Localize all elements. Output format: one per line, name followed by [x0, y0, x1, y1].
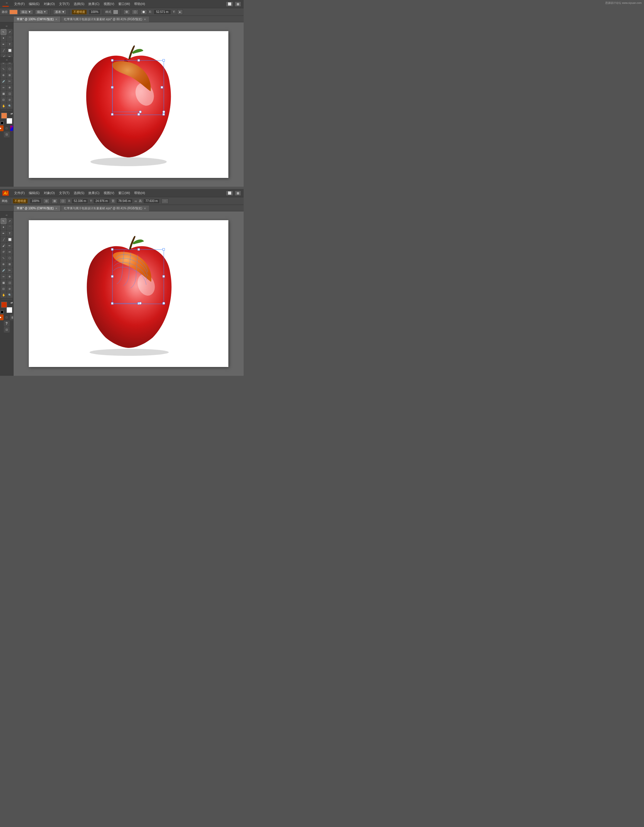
opacity-btn-2[interactable]: ⊙ — [43, 198, 50, 204]
tab-apple-close-1[interactable]: ✕ — [55, 18, 58, 21]
tool-text[interactable]: T — [7, 41, 12, 47]
s2-tool-text[interactable]: T — [7, 231, 12, 236]
s2-tool-lasso[interactable]: ⌒ — [7, 224, 12, 230]
w-input[interactable] — [116, 198, 133, 204]
tool-blend[interactable]: ∞ — [1, 84, 6, 91]
handle-bl-1[interactable] — [111, 113, 113, 115]
menu-file-1[interactable]: 文件(F) — [14, 2, 25, 6]
gradient-indicator-1[interactable] — [10, 125, 14, 131]
tab-eps-close-2[interactable]: ✕ — [144, 207, 146, 210]
panel-toggle-2[interactable]: ▦ — [234, 190, 241, 196]
tab-eps-close-1[interactable]: ✕ — [144, 18, 146, 21]
tool-artboard[interactable]: ⊡ — [1, 97, 6, 103]
s2-tool-transform[interactable]: ⬡ — [7, 255, 12, 261]
s2-tool-rect[interactable]: ⬜ — [7, 237, 12, 242]
s2-tool-artboard[interactable]: ⊡ — [1, 286, 6, 292]
s2-screen-mode[interactable]: ⊡ — [4, 327, 10, 332]
tool-pen[interactable]: ✒ — [1, 41, 6, 47]
s2-handle-ml[interactable] — [111, 275, 113, 278]
menu-window-2[interactable]: 窗口(W) — [118, 191, 130, 195]
window-controls-1[interactable]: ⬜ — [226, 2, 233, 7]
swap-colors-icon-2[interactable]: ⇄ — [11, 301, 13, 304]
default-colors-icon-2[interactable] — [1, 311, 3, 314]
s2-tool-symbol[interactable]: ⊕ — [7, 274, 12, 279]
s2-tool-width[interactable]: ⊞ — [7, 261, 12, 267]
s2-tool-pencil[interactable]: ✏ — [7, 243, 12, 249]
stroke-dropdown[interactable]: 描边 ▼ — [19, 9, 33, 15]
panel-toggle-1[interactable]: ▦ — [234, 2, 241, 7]
handle-tc-1[interactable] — [138, 59, 140, 61]
handle-tr-1[interactable] — [163, 59, 165, 61]
icon-btn-1[interactable]: ⬡ — [132, 9, 139, 15]
panel-collapse-1[interactable]: ‹‹ — [6, 58, 8, 61]
swap-colors-icon-1[interactable]: ⇄ — [11, 112, 13, 115]
grid-btn-2[interactable]: ⊞ — [51, 198, 58, 204]
default-colors-icon-1[interactable] — [1, 122, 3, 125]
handle-tl-1[interactable] — [111, 59, 113, 61]
menu-view-2[interactable]: 视图(V) — [104, 191, 114, 195]
window-controls-2[interactable]: ⬜ — [226, 190, 233, 196]
s2-tool-column[interactable]: ▦ — [1, 280, 6, 286]
s2-tool-zoom[interactable]: 🔍 — [7, 292, 12, 298]
tool-zoom[interactable]: 🔍 — [7, 103, 12, 109]
x-input[interactable] — [153, 9, 171, 15]
y-input-2[interactable] — [94, 198, 110, 204]
tool-eyedrop[interactable]: 💉 — [1, 78, 6, 84]
menu-file-2[interactable]: 文件(F) — [14, 191, 25, 195]
s2-tool-hand[interactable]: ✋ — [1, 292, 6, 298]
handle-br-1[interactable] — [163, 113, 165, 115]
menu-help-1[interactable]: 帮助(H) — [134, 2, 145, 6]
s2-tool-line[interactable]: ╱ — [1, 237, 6, 242]
bezier-cp-1[interactable] — [139, 111, 142, 113]
tool-scale[interactable]: ⤡ — [1, 66, 6, 72]
s2-fill-color[interactable]: ■ — [0, 314, 3, 320]
tool-measure[interactable]: ⊢ — [7, 78, 12, 84]
s2-bezier-cp-1[interactable] — [139, 302, 142, 304]
tool-direct-select[interactable]: ↗ — [7, 29, 12, 35]
stroke-indicator-1[interactable]: □ — [4, 125, 10, 131]
stroke-color-preview[interactable] — [9, 10, 18, 14]
s2-tool-select[interactable]: ↖ — [1, 218, 6, 224]
s2-handle-tc[interactable] — [138, 248, 140, 250]
handle-bc-1[interactable] — [138, 113, 140, 115]
bg-color-box-2[interactable] — [6, 307, 12, 313]
menu-text-1[interactable]: 文字(T) — [59, 2, 70, 6]
grid-btn-3[interactable]: ⬡ — [59, 198, 66, 204]
more-btn[interactable]: ▸ — [177, 9, 183, 15]
s2-tool-rotate[interactable]: ↺ — [1, 249, 6, 255]
tool-rect[interactable]: ⬜ — [7, 48, 12, 53]
x-input-2[interactable] — [72, 198, 88, 204]
tool-column[interactable]: ▦ — [1, 91, 6, 97]
tool-transform[interactable]: ⬡ — [7, 66, 12, 72]
menu-object-1[interactable]: 对象(O) — [44, 2, 55, 6]
s2-tool-direct-select[interactable]: ↗ — [7, 218, 12, 224]
s2-tool-mirror[interactable]: ⇔ — [7, 249, 12, 255]
s2-tool-scale[interactable]: ⤡ — [1, 255, 6, 261]
tool-hand[interactable]: ✋ — [1, 103, 6, 109]
tool-select[interactable]: ↖ — [1, 29, 6, 35]
s2-tool-graph[interactable]: ◫ — [7, 280, 12, 286]
menu-edit-1[interactable]: 编辑(E) — [29, 2, 40, 6]
menu-text-2[interactable]: 文字(T) — [59, 191, 70, 195]
tab-eps-2[interactable]: 红苹果与果汁包装设计矢量素材.eps* @ 80.41% (RGB/预览) ✕ — [61, 205, 149, 211]
more-btn-2[interactable]: ⋯ — [161, 198, 168, 204]
s2-tool-blend[interactable]: ∞ — [1, 274, 6, 279]
sidebar-collapse-top-2[interactable]: ‹‹ — [0, 212, 13, 218]
tool-width[interactable]: ⊞ — [7, 72, 12, 78]
tab-apple-2[interactable]: 苹果* @ 100% (CMYK/预览) ✕ — [14, 205, 61, 211]
handle-ml-1[interactable] — [111, 86, 113, 88]
capture-btn[interactable]: 描边 ▼ — [35, 9, 48, 15]
settings-btn-1[interactable]: ⚙ — [123, 9, 130, 15]
fg-color-box-2[interactable] — [1, 302, 7, 308]
s2-tool-paintbrush[interactable]: 🖌 — [1, 243, 6, 249]
s2-handle-tl[interactable] — [111, 248, 113, 250]
link-icon[interactable]: ∞ — [134, 199, 137, 203]
bezier-cp-2[interactable] — [163, 111, 165, 113]
icon-btn-2[interactable]: ⬢ — [140, 9, 147, 15]
menu-effect-2[interactable]: 效果(C) — [88, 191, 99, 195]
sidebar-collapse-top-1[interactable]: ‹‹ — [0, 23, 13, 29]
menu-window-1[interactable]: 窗口(W) — [118, 2, 130, 6]
tool-symbol[interactable]: ⊕ — [7, 84, 12, 91]
menu-edit-2[interactable]: 编辑(E) — [29, 191, 40, 195]
menu-help-2[interactable]: 帮助(H) — [134, 191, 145, 195]
